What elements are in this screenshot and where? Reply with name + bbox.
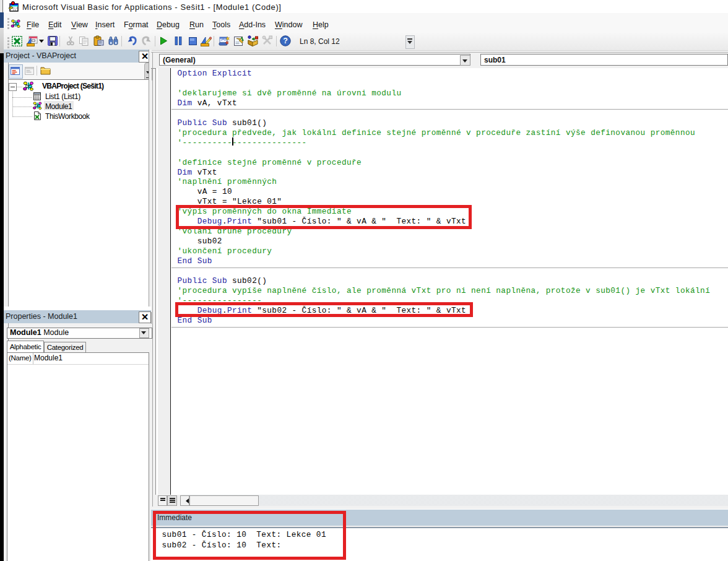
svg-text:?: ?: [283, 37, 288, 45]
